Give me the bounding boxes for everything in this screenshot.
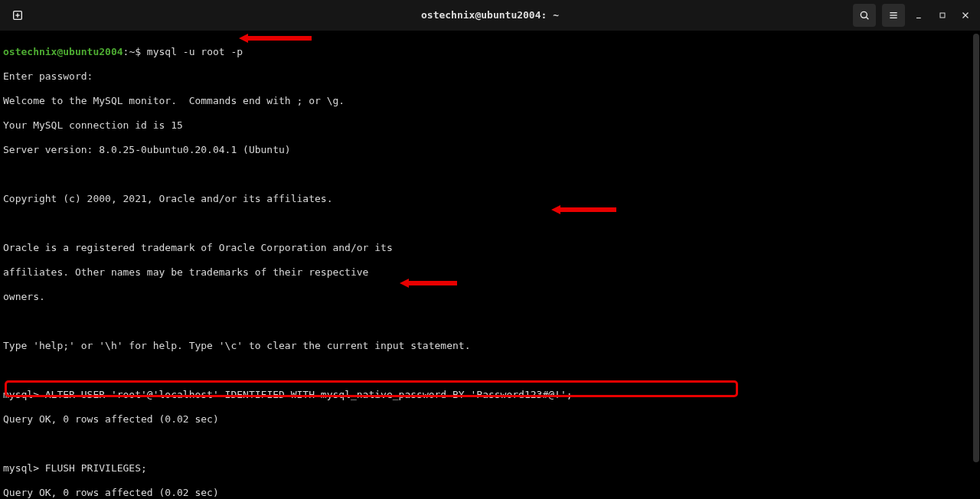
prompt-user-host: ostechnix@ubuntu2004 xyxy=(3,46,123,57)
titlebar: ostechnix@ubuntu2004: ~ xyxy=(0,0,980,31)
prompt-sigil: $ xyxy=(135,46,141,57)
titlebar-left xyxy=(6,4,29,27)
svg-point-3 xyxy=(861,11,867,18)
copyright-line: Copyright (c) 2000, 2021, Oracle and/or … xyxy=(3,193,977,205)
window-title-text: ostechnix@ubuntu2004: ~ xyxy=(421,9,559,21)
alter-user-stmt: ALTER USER 'root'@'localhost' IDENTIFIED… xyxy=(39,389,573,400)
enter-password-line: Enter password: xyxy=(3,70,977,83)
minimize-button[interactable] xyxy=(911,7,928,24)
maximize-button[interactable] xyxy=(934,7,951,24)
scrollbar[interactable] xyxy=(972,31,980,499)
scrollbar-thumb[interactable] xyxy=(973,34,979,462)
close-button[interactable] xyxy=(957,7,974,24)
svg-line-4 xyxy=(866,17,868,19)
trademark-line-1: Oracle is a registered trademark of Orac… xyxy=(3,242,977,254)
window-title: ostechnix@ubuntu2004: ~ xyxy=(0,9,980,21)
annotation-arrow-1 xyxy=(239,34,312,43)
conn-id-line: Your MySQL connection id is 15 xyxy=(3,119,977,132)
terminal-area[interactable]: ostechnix@ubuntu2004:~$ mysql -u root -p… xyxy=(0,31,980,499)
server-version-line: Server version: 8.0.25-0ubuntu0.20.04.1 … xyxy=(3,144,977,156)
hamburger-menu-icon[interactable] xyxy=(882,4,905,27)
titlebar-right xyxy=(853,4,974,27)
trademark-line-2: affiliates. Other names may be trademark… xyxy=(3,266,977,279)
help-line: Type 'help;' or '\h' for help. Type '\c'… xyxy=(3,340,977,352)
flush-stmt: FLUSH PRIVILEGES; xyxy=(39,462,147,474)
annotation-arrow-2 xyxy=(551,205,616,214)
welcome-line: Welcome to the MySQL monitor. Commands e… xyxy=(3,95,977,107)
query-ok-1: Query OK, 0 rows affected (0.02 sec) xyxy=(3,413,977,426)
svg-rect-9 xyxy=(940,13,945,18)
new-tab-icon[interactable] xyxy=(6,4,29,27)
mysql-prompt: mysql> xyxy=(3,389,39,400)
query-ok-2: Query OK, 0 rows affected (0.02 sec) xyxy=(3,487,977,499)
search-icon[interactable] xyxy=(853,4,876,27)
annotation-arrow-3 xyxy=(400,279,457,288)
mysql-prompt: mysql> xyxy=(3,462,39,474)
shell-command: mysql -u root -p xyxy=(147,46,243,57)
trademark-line-3: owners. xyxy=(3,291,977,303)
